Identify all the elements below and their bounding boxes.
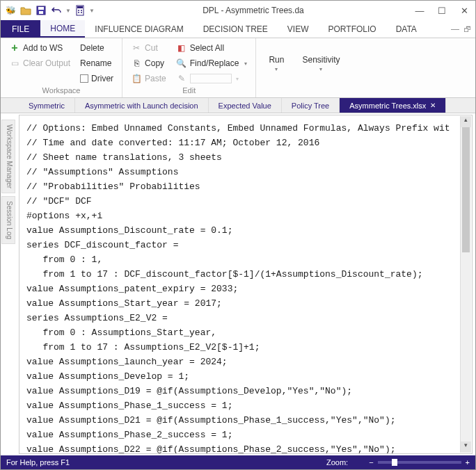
- doctab-expected-value[interactable]: Expected Value: [209, 98, 282, 113]
- scroll-thumb[interactable]: [462, 127, 470, 252]
- qat-dropdown-icon[interactable]: ▼: [88, 3, 95, 17]
- svg-point-7: [78, 12, 79, 13]
- zoom-handle[interactable]: [392, 459, 397, 466]
- plus-icon: +: [9, 42, 20, 54]
- doctab-asymmetric-trees-xlsx[interactable]: Asymmetric Trees.xlsx✕: [340, 98, 446, 113]
- statusbar: For Help, press F1 Zoom: − +: [1, 455, 475, 469]
- app-icon[interactable]: 🐝: [3, 3, 17, 17]
- cut-button[interactable]: ✂Cut: [128, 41, 169, 55]
- ribbon: +Add to WS ▭Clear Output Delete Rename D…: [1, 38, 475, 98]
- undo-icon[interactable]: [49, 3, 63, 17]
- driver-checkbox[interactable]: Driver: [77, 72, 116, 86]
- zoom-slider[interactable]: [378, 461, 461, 464]
- clear-icon: ▭: [9, 58, 20, 69]
- close-tab-icon[interactable]: ✕: [430, 102, 436, 109]
- editor-area: // Options: Embed Unnamed Constants, Emb…: [1, 113, 475, 455]
- vertical-scrollbar[interactable]: ▴ ▾: [460, 116, 471, 453]
- scissors-icon: ✂: [131, 42, 142, 54]
- select-all-label: Select All: [190, 43, 224, 53]
- checkbox-icon: [80, 74, 88, 83]
- workspace-group-label: Workspace: [6, 86, 116, 96]
- minimize-button[interactable]: —: [411, 3, 428, 17]
- document-tabstrip: Symmetric Asymmetric with Launch decisio…: [1, 98, 475, 113]
- select-all-button[interactable]: ◧Select All: [173, 41, 251, 55]
- paste-button[interactable]: 📋Paste: [128, 72, 169, 86]
- delete-button[interactable]: Delete: [77, 41, 116, 55]
- edit-dropdown-button[interactable]: ✎▾: [173, 72, 251, 86]
- dropdown-icon: ▾: [275, 66, 278, 72]
- calculate-icon[interactable]: [73, 3, 87, 17]
- zoom-in-button[interactable]: +: [466, 458, 470, 467]
- edit-icon: ✎: [176, 73, 187, 84]
- window-controls: — ☐ ✕: [411, 3, 473, 17]
- doctab-label: Asymmetric Trees.xlsx: [349, 102, 426, 110]
- influence-diagram-tab[interactable]: INFLUENCE DIAGRAM: [85, 20, 193, 38]
- doctab-policy-tree[interactable]: Policy Tree: [282, 98, 340, 113]
- code-editor[interactable]: // Options: Embed Unnamed Constants, Emb…: [19, 115, 473, 454]
- edit-group-label: Edit: [128, 86, 250, 96]
- clear-output-label: Clear Output: [23, 58, 70, 68]
- add-to-ws-button[interactable]: +Add to WS: [6, 41, 73, 55]
- select-all-icon: ◧: [176, 42, 187, 54]
- dropdown-icon: ▾: [236, 76, 239, 82]
- cut-label: Cut: [145, 43, 158, 53]
- scroll-up-icon[interactable]: ▴: [461, 116, 471, 127]
- open-icon[interactable]: [19, 3, 33, 17]
- decision-tree-tab[interactable]: DECISION TREE: [193, 20, 278, 38]
- driver-label: Driver: [91, 74, 113, 83]
- sensitivity-label: Sensitivity: [302, 55, 340, 65]
- doctab-asymmetric-launch[interactable]: Asymmetric with Launch decision: [75, 98, 209, 113]
- paste-label: Paste: [145, 74, 166, 83]
- view-tab[interactable]: VIEW: [278, 20, 319, 38]
- maximize-button[interactable]: ☐: [434, 3, 450, 17]
- scroll-down-icon[interactable]: ▾: [461, 441, 471, 453]
- undo-dropdown-icon[interactable]: ▼: [65, 3, 72, 17]
- find-replace-button[interactable]: 🔍Find/Replace▾: [173, 56, 251, 70]
- rename-button[interactable]: Rename: [77, 56, 116, 70]
- save-icon[interactable]: [34, 3, 48, 17]
- dropdown-icon: ▾: [244, 60, 247, 67]
- ribbon-right-controls: — 🗗: [451, 20, 475, 38]
- run-group: Run ▾ Sensitivity ▾: [256, 38, 352, 97]
- workspace-group: +Add to WS ▭Clear Output Delete Rename D…: [1, 38, 122, 97]
- ribbon-minimize-icon[interactable]: —: [451, 24, 459, 34]
- scroll-track[interactable]: [461, 127, 471, 441]
- copy-label: Copy: [145, 58, 164, 68]
- sensitivity-button[interactable]: Sensitivity ▾: [295, 41, 347, 86]
- ribbon-tabs: FILE HOME INFLUENCE DIAGRAM DECISION TRE…: [1, 20, 475, 38]
- doctab-symmetric[interactable]: Symmetric: [19, 98, 75, 113]
- run-button[interactable]: Run ▾: [262, 41, 291, 86]
- run-label: Run: [269, 55, 284, 65]
- window-title: DPL - Asymmetric Trees.da: [95, 6, 411, 15]
- svg-rect-1: [38, 7, 44, 10]
- paste-icon: 📋: [131, 73, 142, 84]
- svg-rect-2: [39, 11, 43, 14]
- svg-point-5: [78, 10, 79, 11]
- svg-point-8: [81, 12, 82, 13]
- copy-button[interactable]: ⎘Copy: [128, 56, 169, 70]
- close-button[interactable]: ✕: [456, 3, 473, 17]
- search-icon: 🔍: [176, 58, 187, 69]
- zoom-label: Zoom:: [326, 458, 348, 467]
- copy-icon: ⎘: [131, 58, 142, 69]
- edit-group: ✂Cut ⎘Copy 📋Paste ◧Select All 🔍Find/Repl…: [122, 38, 256, 97]
- ribbon-restore-icon[interactable]: 🗗: [463, 25, 471, 33]
- portfolio-tab[interactable]: PORTFOLIO: [319, 20, 386, 38]
- clear-output-button[interactable]: ▭Clear Output: [6, 56, 73, 70]
- quick-access-toolbar: 🐝 ▼ ▼: [3, 3, 95, 17]
- dropdown-icon: ▾: [319, 66, 322, 72]
- status-help-text: For Help, press F1: [6, 458, 70, 467]
- svg-rect-4: [77, 6, 83, 8]
- svg-point-6: [81, 10, 82, 11]
- find-replace-label: Find/Replace: [190, 58, 239, 68]
- file-tab[interactable]: FILE: [1, 20, 40, 38]
- data-tab[interactable]: DATA: [386, 20, 427, 38]
- titlebar: 🐝 ▼ ▼ DPL - Asymmetric Trees.da — ☐ ✕: [1, 1, 475, 20]
- home-tab[interactable]: HOME: [40, 20, 85, 38]
- zoom-out-button[interactable]: −: [369, 458, 373, 467]
- add-to-ws-label: Add to WS: [23, 43, 63, 53]
